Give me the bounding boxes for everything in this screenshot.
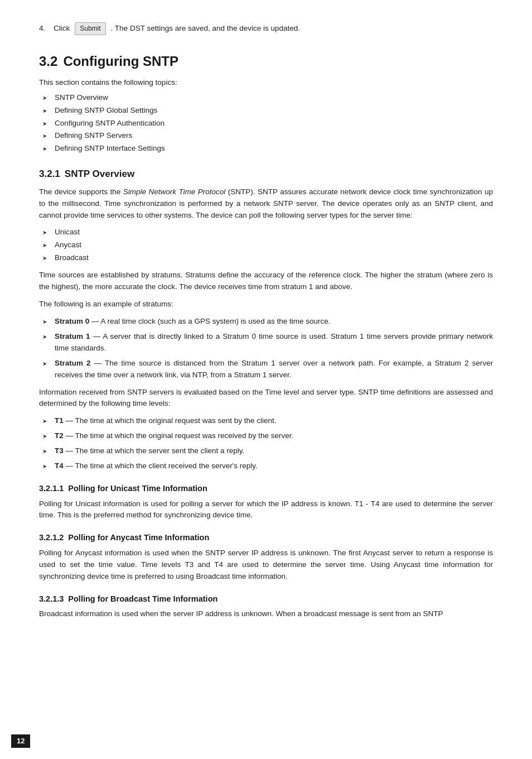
section-3213-title: Polling for Broadcast Time Information bbox=[68, 594, 217, 603]
t4-label: T4 bbox=[55, 462, 64, 470]
t2-label: T2 bbox=[55, 431, 64, 440]
step-number: 4. bbox=[39, 23, 50, 35]
stratum0-text: — A real time clock (such as a GPS syste… bbox=[89, 317, 330, 325]
t1-label: T1 bbox=[55, 416, 64, 425]
section-321-body3: The following is an example of stratums: bbox=[39, 299, 493, 310]
section-3212-title: Polling for Anycast Time Information bbox=[68, 533, 209, 542]
list-item: Broadcast bbox=[39, 252, 493, 264]
section-321-body2: Time sources are established by stratums… bbox=[39, 270, 493, 293]
section-3211-heading: 3.2.1.1Polling for Unicast Time Informat… bbox=[39, 482, 493, 494]
sntp-italic: Simple Network Time Protocol bbox=[123, 188, 226, 196]
t4-text: — The time at which the client received … bbox=[64, 462, 258, 470]
section-32-title: Configuring SNTP bbox=[63, 54, 178, 69]
list-item[interactable]: Defining SNTP Global Settings bbox=[39, 105, 493, 117]
t2-text: — The time at which the original request… bbox=[64, 431, 293, 440]
list-item[interactable]: Defining SNTP Interface Settings bbox=[39, 143, 493, 155]
t1-text: — The time at which the original request… bbox=[64, 416, 277, 425]
stratum0-label: Stratum 0 bbox=[55, 317, 89, 325]
section-321-heading: 3.2.1SNTP Overview bbox=[39, 167, 493, 181]
list-item[interactable]: Configuring SNTP Authentication bbox=[39, 118, 493, 129]
list-item: T2 — The time at which the original requ… bbox=[39, 430, 493, 442]
step4-line: 4. Click Submit . The DST settings are s… bbox=[39, 22, 493, 35]
section-32-intro: This section contains the following topi… bbox=[39, 77, 493, 89]
list-item: Stratum 1 — A server that is directly li… bbox=[39, 331, 493, 354]
t3-text: — The time at which the server sent the … bbox=[64, 446, 244, 455]
page-number: 12 bbox=[11, 734, 30, 748]
list-item: Stratum 0 — A real time clock (such as a… bbox=[39, 316, 493, 328]
section-3213-heading: 3.2.1.3Polling for Broadcast Time Inform… bbox=[39, 593, 493, 605]
list-item: Anycast bbox=[39, 239, 493, 251]
stratum1-text: — A server that is directly linked to a … bbox=[55, 332, 493, 352]
section-32-heading: 3.2Configuring SNTP bbox=[39, 51, 493, 71]
section-3211-number: 3.2.1.1 bbox=[39, 484, 64, 493]
page: 4. Click Submit . The DST settings are s… bbox=[0, 0, 532, 759]
section-321-title: SNTP Overview bbox=[65, 169, 134, 179]
list-item[interactable]: Defining SNTP Servers bbox=[39, 130, 493, 142]
list-item[interactable]: SNTP Overview bbox=[39, 92, 493, 104]
section-321-number: 3.2.1 bbox=[39, 169, 60, 179]
section-3212-heading: 3.2.1.2Polling for Anycast Time Informat… bbox=[39, 531, 493, 544]
section-321-body1: The device supports the Simple Network T… bbox=[39, 186, 493, 222]
stratum2-label: Stratum 2 bbox=[55, 359, 91, 367]
section-3213-number: 3.2.1.3 bbox=[39, 594, 64, 603]
step-description: . The DST settings are saved, and the de… bbox=[111, 23, 300, 35]
server-types-list: Unicast Anycast Broadcast bbox=[39, 227, 493, 264]
t3-label: T3 bbox=[55, 446, 64, 455]
section-3212-body: Polling for Anycast information is used … bbox=[39, 547, 493, 583]
section-32-number: 3.2 bbox=[39, 54, 57, 69]
list-item: T3 — The time at which the server sent t… bbox=[39, 445, 493, 457]
section-321-body4: Information received from SNTP servers i… bbox=[39, 387, 493, 410]
list-item: T4 — The time at which the client receiv… bbox=[39, 460, 493, 472]
section-3213-body: Broadcast information is used when the s… bbox=[39, 608, 493, 620]
section-3211-title: Polling for Unicast Time Information bbox=[68, 484, 207, 493]
time-levels-list: T1 — The time at which the original requ… bbox=[39, 415, 493, 472]
step-click-label: Click bbox=[54, 23, 70, 35]
list-item: Unicast bbox=[39, 227, 493, 238]
list-item: Stratum 2 — The time source is distanced… bbox=[39, 358, 493, 381]
stratum2-text: — The time source is distanced from the … bbox=[55, 359, 493, 379]
stratum1-label: Stratum 1 bbox=[55, 332, 90, 340]
section-32-topics: SNTP Overview Defining SNTP Global Setti… bbox=[39, 92, 493, 155]
section-3212-number: 3.2.1.2 bbox=[39, 533, 64, 542]
section-3211-body: Polling for Unicast information is used … bbox=[39, 498, 493, 522]
stratums-list: Stratum 0 — A real time clock (such as a… bbox=[39, 316, 493, 381]
list-item: T1 — The time at which the original requ… bbox=[39, 415, 493, 427]
submit-button[interactable]: Submit bbox=[75, 22, 105, 35]
